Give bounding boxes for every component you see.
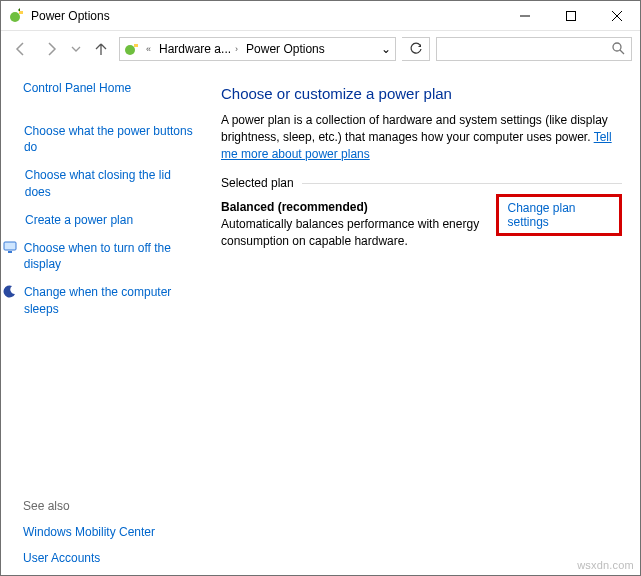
sidebar-item-turn-off-display[interactable]: Choose when to turn off the display xyxy=(24,240,197,272)
see-also-mobility-center[interactable]: Windows Mobility Center xyxy=(23,525,197,539)
selected-plan-label: Selected plan xyxy=(221,176,294,190)
breadcrumb-power-options[interactable]: Power Options xyxy=(244,42,327,56)
breadcrumb-label: Hardware a... xyxy=(159,42,231,56)
breadcrumb-hardware[interactable]: Hardware a... › xyxy=(157,42,240,56)
back-button[interactable] xyxy=(9,37,33,61)
svg-rect-7 xyxy=(134,44,138,47)
search-input[interactable] xyxy=(436,37,632,61)
plan-description: Automatically balances performance with … xyxy=(221,216,496,248)
titlebar: Power Options xyxy=(1,1,640,31)
divider xyxy=(302,183,622,184)
breadcrumb-label: Power Options xyxy=(246,42,325,56)
search-icon xyxy=(611,41,625,58)
address-bar[interactable]: « Hardware a... › Power Options ⌄ xyxy=(119,37,396,61)
sidebar-item-power-buttons[interactable]: Choose what the power buttons do xyxy=(24,123,197,155)
control-panel-icon xyxy=(124,41,140,57)
page-heading: Choose or customize a power plan xyxy=(221,85,622,102)
sidebar-item-closing-lid[interactable]: Choose what closing the lid does xyxy=(25,167,197,199)
svg-line-9 xyxy=(620,50,624,54)
refresh-button[interactable] xyxy=(402,37,430,61)
window-title: Power Options xyxy=(31,9,110,23)
svg-rect-3 xyxy=(567,11,576,20)
moon-icon xyxy=(3,284,18,298)
chevron-right-icon: › xyxy=(235,44,238,54)
svg-point-0 xyxy=(10,12,20,22)
main-content: Choose or customize a power plan A power… xyxy=(209,67,640,575)
chevron-left-icon: « xyxy=(146,44,151,54)
monitor-icon xyxy=(3,240,18,254)
see-also-user-accounts[interactable]: User Accounts xyxy=(23,551,197,565)
page-description: A power plan is a collection of hardware… xyxy=(221,112,622,162)
plan-name: Balanced (recommended) xyxy=(221,200,496,214)
up-button[interactable] xyxy=(89,37,113,61)
recent-locations-button[interactable] xyxy=(69,37,83,61)
sidebar-item-computer-sleeps[interactable]: Change when the computer sleeps xyxy=(24,284,197,316)
forward-button[interactable] xyxy=(39,37,63,61)
svg-point-8 xyxy=(613,43,621,51)
watermark: wsxdn.com xyxy=(577,559,634,571)
minimize-button[interactable] xyxy=(502,1,548,30)
address-dropdown-icon[interactable]: ⌄ xyxy=(381,42,391,56)
svg-rect-10 xyxy=(4,242,16,250)
sidebar-item-create-plan[interactable]: Create a power plan xyxy=(25,212,133,228)
svg-point-6 xyxy=(125,45,135,55)
close-button[interactable] xyxy=(594,1,640,30)
control-panel-home-link[interactable]: Control Panel Home xyxy=(23,81,197,95)
sidebar: Control Panel Home Choose what the power… xyxy=(1,67,209,575)
svg-rect-11 xyxy=(8,251,12,253)
app-icon xyxy=(9,8,25,24)
nav-row: « Hardware a... › Power Options ⌄ xyxy=(1,31,640,67)
svg-rect-1 xyxy=(19,11,23,14)
see-also-label: See also xyxy=(23,489,197,513)
maximize-button[interactable] xyxy=(548,1,594,30)
change-plan-settings-link[interactable]: Change plan settings xyxy=(496,194,622,236)
breadcrumb-root[interactable]: « xyxy=(144,44,153,54)
